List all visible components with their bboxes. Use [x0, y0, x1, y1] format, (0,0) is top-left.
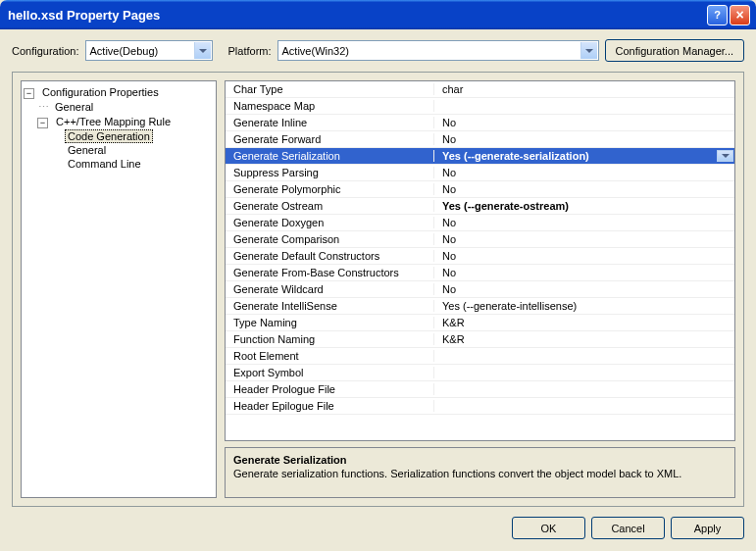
property-name: Generate Polymorphic — [226, 183, 434, 195]
property-row[interactable]: Generate SerializationYes (--generate-se… — [226, 148, 734, 165]
property-name: Generate Inline — [226, 117, 434, 128]
cancel-label: Cancel — [611, 523, 644, 534]
property-name: Generate Forward — [226, 133, 434, 145]
button-row: OK Cancel Apply — [12, 517, 744, 539]
titlebar: hello.xsd Property Pages ? × — [0, 0, 756, 29]
property-row[interactable]: Generate Default ConstructorsNo — [226, 248, 734, 265]
property-value[interactable]: No — [434, 117, 734, 128]
chevron-down-icon[interactable] — [580, 42, 597, 59]
platform-value: Active(Win32) — [282, 45, 349, 57]
property-value[interactable]: No — [434, 183, 734, 195]
tree-item-command-line[interactable]: Command Line — [65, 157, 144, 171]
property-name: Generate Doxygen — [226, 217, 434, 228]
configuration-manager-label: Configuration Manager... — [616, 45, 733, 57]
property-grid: Char TypecharNamespace MapGenerate Inlin… — [225, 80, 735, 441]
property-name: Namespace Map — [226, 100, 434, 112]
main-area: − Configuration Properties ⋯ General − C… — [12, 72, 744, 507]
property-value[interactable]: Yes (--generate-intellisense) — [434, 300, 734, 312]
property-row[interactable]: Generate OstreamYes (--generate-ostream) — [226, 198, 734, 215]
property-name: Function Naming — [226, 333, 434, 345]
property-row[interactable]: Namespace Map — [226, 98, 734, 115]
property-value[interactable]: No — [434, 283, 734, 295]
property-row[interactable]: Suppress ParsingNo — [226, 165, 734, 181]
ok-label: OK — [541, 523, 557, 534]
property-row[interactable]: Export Symbol — [226, 365, 734, 381]
tree-item: ⋯ General — [24, 100, 214, 115]
tree-collapse-icon[interactable]: − — [37, 118, 48, 128]
configuration-label: Configuration: — [12, 45, 79, 57]
tree-item-code-generation[interactable]: Code Generation — [65, 129, 153, 143]
tree-item: General — [24, 143, 214, 157]
chevron-down-icon[interactable] — [717, 150, 733, 162]
property-row[interactable]: Generate ComparisonNo — [226, 231, 734, 248]
platform-label: Platform: — [228, 45, 272, 57]
property-value[interactable]: Yes (--generate-serialization) — [434, 150, 734, 162]
property-row[interactable]: Generate InlineNo — [226, 115, 734, 131]
property-value[interactable]: No — [434, 133, 734, 145]
property-name: Generate Wildcard — [226, 283, 434, 295]
property-name: Generate Comparison — [226, 233, 434, 245]
platform-combo[interactable]: Active(Win32) — [277, 40, 599, 61]
property-name: Generate IntelliSense — [226, 300, 434, 312]
property-value[interactable]: No — [434, 233, 734, 245]
property-name: Export Symbol — [226, 367, 434, 378]
property-value[interactable]: No — [434, 217, 734, 228]
property-name: Generate Default Constructors — [226, 250, 434, 262]
property-row[interactable]: Generate PolymorphicNo — [226, 181, 734, 198]
property-name: Header Epilogue File — [226, 400, 434, 412]
property-name: Char Type — [226, 83, 434, 95]
help-button[interactable]: ? — [707, 5, 728, 25]
description-panel: Generate Serialization Generate serializ… — [225, 447, 735, 498]
property-name: Generate Serialization — [226, 150, 434, 162]
property-row[interactable]: Root Element — [226, 348, 734, 365]
tree-item: Command Line — [24, 157, 214, 171]
property-row[interactable]: Function NamingK&R — [226, 331, 734, 348]
configuration-value: Active(Debug) — [90, 45, 159, 57]
property-name: Generate From-Base Constructors — [226, 267, 434, 278]
property-value[interactable]: char — [434, 83, 734, 95]
property-value[interactable]: K&R — [434, 333, 734, 345]
property-name: Root Element — [226, 350, 434, 362]
property-row[interactable]: Generate DoxygenNo — [226, 215, 734, 231]
right-panel: Char TypecharNamespace MapGenerate Inlin… — [225, 80, 735, 498]
property-row[interactable]: Char Typechar — [226, 81, 734, 98]
property-name: Generate Ostream — [226, 200, 434, 212]
property-value[interactable]: No — [434, 267, 734, 278]
dialog-content: Configuration: Active(Debug) Platform: A… — [0, 29, 756, 549]
tree-item-configuration-properties[interactable]: Configuration Properties — [39, 85, 162, 99]
cancel-button[interactable]: Cancel — [591, 517, 665, 539]
config-row: Configuration: Active(Debug) Platform: A… — [12, 39, 744, 62]
tree-item-general[interactable]: General — [52, 100, 96, 114]
description-text: Generate serialization functions. Serial… — [233, 468, 727, 479]
property-row[interactable]: Header Epilogue File — [226, 398, 734, 415]
property-row[interactable]: Generate IntelliSenseYes (--generate-int… — [226, 298, 734, 315]
close-button[interactable]: × — [730, 5, 750, 25]
property-name: Header Prologue File — [226, 383, 434, 395]
tree-item-general-sub[interactable]: General — [65, 143, 109, 157]
tree-item: − C++/Tree Mapping Rule — [24, 115, 214, 129]
property-row[interactable]: Type NamingK&R — [226, 315, 734, 331]
window-title: hello.xsd Property Pages — [6, 8, 705, 23]
apply-button[interactable]: Apply — [671, 517, 744, 539]
property-name: Suppress Parsing — [226, 167, 434, 178]
chevron-down-icon[interactable] — [194, 42, 211, 59]
tree-line: ⋯ — [37, 101, 49, 114]
tree-item-mapping-rule[interactable]: C++/Tree Mapping Rule — [53, 115, 174, 128]
tree-panel: − Configuration Properties ⋯ General − C… — [21, 80, 217, 498]
ok-button[interactable]: OK — [512, 517, 585, 539]
tree-collapse-icon[interactable]: − — [24, 88, 34, 99]
configuration-manager-button[interactable]: Configuration Manager... — [605, 39, 744, 62]
tree-item: Code Generation — [24, 129, 214, 143]
property-row[interactable]: Generate ForwardNo — [226, 131, 734, 148]
property-name: Type Naming — [226, 317, 434, 328]
property-row[interactable]: Header Prologue File — [226, 381, 734, 398]
property-value[interactable]: K&R — [434, 317, 734, 328]
property-row[interactable]: Generate From-Base ConstructorsNo — [226, 265, 734, 281]
configuration-combo[interactable]: Active(Debug) — [85, 40, 213, 61]
property-value[interactable]: Yes (--generate-ostream) — [434, 200, 734, 212]
tree-root: − Configuration Properties — [24, 85, 214, 100]
apply-label: Apply — [694, 523, 722, 534]
property-row[interactable]: Generate WildcardNo — [226, 281, 734, 298]
property-value[interactable]: No — [434, 250, 734, 262]
property-value[interactable]: No — [434, 167, 734, 178]
